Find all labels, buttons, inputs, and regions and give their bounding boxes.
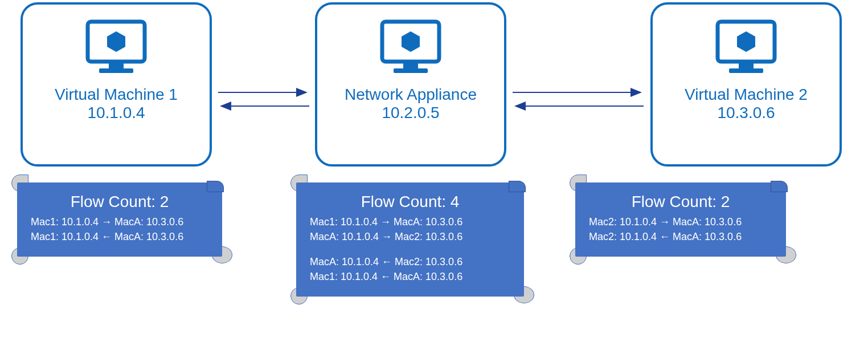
svg-marker-3 [107,31,125,52]
svg-rect-1 [109,63,124,68]
vm-icon [712,16,780,79]
flow-line: MacA: 10.1.0.4 ← Mac2: 10.3.0.6 [310,254,510,269]
flow-line: Mac1: 10.1.0.4 → MacA: 10.3.0.6 [310,214,510,229]
flow-line: Mac1: 10.1.0.4 ← MacA: 10.3.0.6 [31,229,208,244]
network-appliance-box: Network Appliance 10.2.0.5 [315,2,506,167]
flow-title: Flow Count: 2 [589,193,772,211]
arrows-vm1-na [215,86,312,114]
vm-icon [82,16,150,79]
na-ip: 10.2.0.5 [323,104,498,122]
flow-line: MacA: 10.1.0.4 → Mac2: 10.3.0.6 [310,229,510,244]
vm2-ip: 10.3.0.6 [658,104,834,122]
vm2-title: Virtual Machine 2 [658,86,834,104]
flow-panel-vm1: Flow Count: 2 Mac1: 10.1.0.4 → MacA: 10.… [17,182,222,257]
vm-icon [376,16,445,79]
flow-line: Mac1: 10.1.0.4 → MacA: 10.3.0.6 [31,214,208,229]
flow-line: Mac1: 10.1.0.4 ← MacA: 10.3.0.6 [310,269,510,284]
flow-title: Flow Count: 2 [31,193,208,211]
svg-marker-7 [402,31,420,52]
flow-title: Flow Count: 4 [310,193,510,211]
svg-marker-11 [737,31,755,52]
flow-panel-vm2: Flow Count: 2 Mac2: 10.1.0.4 → MacA: 10.… [575,182,786,257]
flow-line: Mac2: 10.1.0.4 → MacA: 10.3.0.6 [589,214,772,229]
na-title: Network Appliance [323,86,498,104]
flow-panel-na: Flow Count: 4 Mac1: 10.1.0.4 → MacA: 10.… [296,182,524,297]
vm1-ip: 10.1.0.4 [28,104,204,122]
vm1-box: Virtual Machine 1 10.1.0.4 [21,2,212,167]
svg-rect-5 [403,63,418,68]
arrows-na-vm2 [510,86,646,114]
vm2-box: Virtual Machine 2 10.3.0.6 [650,2,842,167]
vm1-title: Virtual Machine 1 [28,86,204,104]
svg-rect-6 [394,68,428,73]
flow-line: Mac2: 10.1.0.4 ← MacA: 10.3.0.6 [589,229,772,244]
svg-rect-9 [739,63,754,68]
svg-rect-10 [729,68,763,73]
svg-rect-2 [99,68,133,73]
